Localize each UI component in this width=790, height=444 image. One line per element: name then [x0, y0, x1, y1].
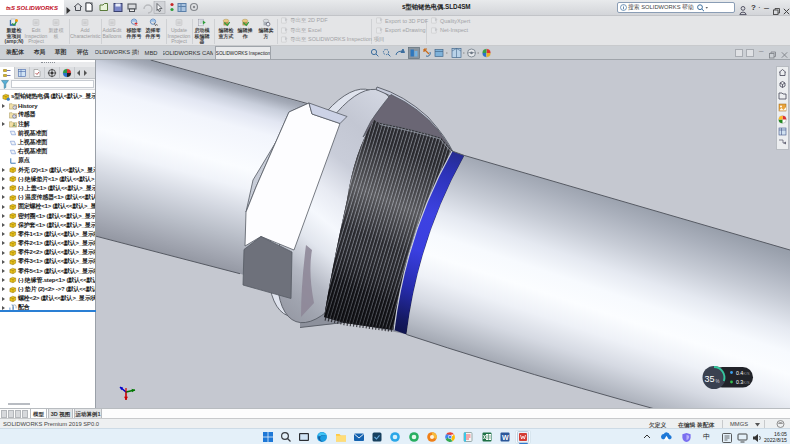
svg-text:A: A	[13, 123, 16, 128]
svg-text:0.3K/S: 0.3K/S	[736, 379, 750, 385]
svg-text:0.4K/S: 0.4K/S	[736, 370, 750, 376]
svg-text:%: %	[716, 379, 720, 384]
svg-text:W: W	[502, 434, 509, 441]
svg-text:35: 35	[705, 374, 715, 384]
